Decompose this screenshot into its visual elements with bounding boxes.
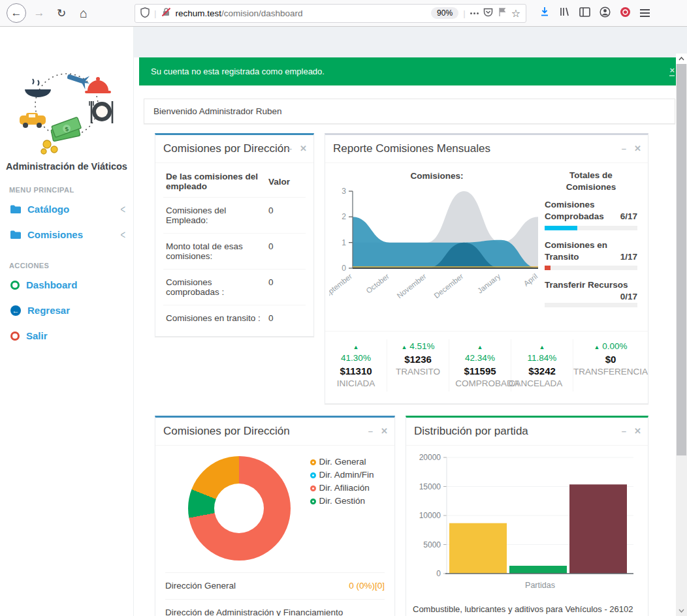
- caret-up-icon: ▲: [539, 344, 545, 350]
- legend-ring-icon: [310, 499, 316, 504]
- sidebar-item-comisiones[interactable]: Comisiones <: [0, 222, 133, 247]
- total-item-transferir-recursos: Transferir Recursos 0/17: [545, 279, 637, 307]
- extension-icon[interactable]: [620, 7, 631, 20]
- ring-icon: [10, 331, 20, 341]
- forward-button[interactable]: →: [30, 4, 48, 22]
- table-row: Comisiones en transito : 0: [163, 305, 306, 331]
- row-value: 0: [266, 234, 306, 270]
- legend-item-dir-afiliacion[interactable]: Dir. Afiliación: [310, 482, 385, 494]
- alert-text: Su cuenta no esta registrada como emplea…: [151, 67, 325, 76]
- sidebar-action-dashboard[interactable]: Dashboard: [0, 272, 133, 298]
- stat-value: $11595: [449, 364, 511, 378]
- close-icon[interactable]: ✕: [634, 144, 641, 153]
- total-item-comisiones-en-transito: Comisiones en Transito 1/17: [545, 239, 637, 270]
- sidebars-icon[interactable]: [579, 7, 590, 20]
- stat-percent: ▲ 4.51%: [387, 341, 449, 352]
- browser-toolbar: ← → ↻ ⌂ | rechum.test/comision/dashboard…: [0, 0, 687, 27]
- svg-text:3: 3: [342, 187, 346, 196]
- page-actions-icon[interactable]: [470, 12, 479, 14]
- sidebar: $ Administración de Viáticos MENU PRINCI…: [0, 27, 134, 616]
- row-label: Comisiones en transito :: [163, 305, 266, 331]
- sidebar-action-label: Salir: [26, 330, 48, 341]
- svg-text:April: April: [522, 272, 539, 288]
- scroll-up-icon[interactable]: [676, 54, 687, 64]
- folder-icon: [10, 230, 21, 239]
- close-icon[interactable]: ✕: [381, 426, 388, 436]
- sidebar-action-regresar[interactable]: ← Regresar: [0, 298, 133, 323]
- svg-text:5000: 5000: [423, 540, 441, 549]
- legend-item-dir-admin-fin[interactable]: Dir. Admin/Fin: [310, 469, 385, 481]
- donut-legend: Dir. General Dir. Admin/Fin Dir. Afiliac…: [310, 454, 385, 570]
- direccion-row: Dirección General 0 (0%)[0]: [165, 572, 385, 599]
- stat-label: CANCELADA: [498, 378, 573, 390]
- pocket-icon[interactable]: [483, 7, 493, 19]
- account-icon[interactable]: [599, 7, 611, 20]
- reload-button[interactable]: ↻: [52, 4, 71, 22]
- library-icon[interactable]: [559, 7, 570, 20]
- url-bar[interactable]: | rechum.test/comision/dashboard 90% | ☆: [135, 4, 526, 23]
- row-label: Monto total de esas comisiones:: [163, 234, 266, 270]
- panel-title: Comisiones por Dirección: [163, 142, 290, 155]
- row-value: 0: [266, 305, 306, 331]
- back-button[interactable]: ←: [7, 3, 26, 23]
- panel-title: Reporte Comisiones Mensuales: [333, 142, 490, 155]
- resumen-table: De las comisiones del empleado Valor Com…: [163, 166, 306, 331]
- collapse-icon[interactable]: –: [622, 144, 626, 153]
- sidebar-item-catalogo[interactable]: Catálogo <: [0, 196, 133, 222]
- svg-text:September: September: [329, 272, 353, 301]
- row-label: Comisiones del Empleado:: [163, 198, 266, 234]
- legend-item-dir-general[interactable]: Dir. General: [310, 456, 385, 468]
- menu-hamburger-icon[interactable]: [640, 9, 650, 17]
- table-header-row: De las comisiones del empleado Valor: [163, 166, 306, 198]
- insecure-connection-icon[interactable]: [161, 7, 171, 19]
- close-icon[interactable]: ✕: [300, 144, 307, 153]
- downloads-icon[interactable]: [539, 7, 550, 20]
- collapse-icon[interactable]: –: [368, 426, 373, 436]
- svg-text:0: 0: [342, 264, 346, 273]
- collapse-icon[interactable]: –: [622, 426, 626, 436]
- alert-close-icon[interactable]: ×: [669, 65, 675, 76]
- svg-text:1: 1: [342, 238, 346, 247]
- screenshot-flag-icon[interactable]: [498, 7, 507, 19]
- bookmark-star-icon[interactable]: ☆: [511, 7, 520, 20]
- legend-ring-icon: [310, 485, 316, 491]
- column-header: Valor: [266, 166, 306, 198]
- zoom-indicator[interactable]: 90%: [431, 7, 458, 19]
- partida-bar-chart: 0 5000 10000 15000 20000Partidas: [409, 448, 639, 596]
- stat-iniciada: ▲41.30% $11310 INICIADA: [325, 339, 387, 392]
- total-label: Transferir Recursos 0/17: [545, 279, 637, 291]
- table-row: Comisiones comprobadas : 0: [163, 270, 306, 305]
- app-title: Administración de Viáticos: [0, 161, 133, 172]
- monthly-area-chart: 3 2 1 0SeptemberOctoberNovemberDecemberJ…: [329, 182, 545, 319]
- svg-text:October: October: [364, 272, 391, 295]
- direccion-row: Dirección de Administración y Financiami…: [165, 599, 385, 616]
- sidebar-actions: Dashboard← Regresar Salir: [0, 272, 133, 348]
- progress-bar: [545, 303, 637, 307]
- totals-list: Comisiones Comprobadas 6/17 Comisiones e…: [545, 199, 637, 307]
- tracking-protection-icon[interactable]: [140, 7, 150, 20]
- panel-comisiones-direccion: Comisiones por Dirección –✕ Dir. General…: [155, 416, 395, 616]
- row-value: 0: [266, 270, 306, 305]
- stat-value: $11310: [325, 364, 387, 378]
- collapse-icon[interactable]: –: [287, 144, 292, 153]
- page-scrollbar[interactable]: [676, 54, 687, 616]
- sidebar-action-salir[interactable]: Salir: [0, 323, 133, 348]
- scrollbar-thumb[interactable]: [677, 64, 686, 455]
- table-row: Monto total de esas comisiones: 0: [163, 234, 306, 270]
- home-button[interactable]: ⌂: [74, 4, 93, 22]
- url-text[interactable]: rechum.test/comision/dashboard: [176, 8, 427, 18]
- legend-item-dir-gestion[interactable]: Dir. Gestión: [310, 495, 385, 507]
- scroll-down-icon[interactable]: [676, 606, 687, 616]
- svg-text:Partidas: Partidas: [525, 581, 555, 590]
- row-value: 0: [266, 198, 306, 234]
- progress-bar: [545, 266, 637, 270]
- back-circle-icon: ←: [10, 305, 21, 316]
- chevron-left-icon: <: [120, 202, 125, 216]
- svg-text:2: 2: [342, 212, 346, 221]
- totals-title: Totales de Comisiones: [545, 170, 637, 192]
- url-path: /comision/dashboard: [221, 8, 303, 18]
- close-icon[interactable]: ✕: [634, 426, 641, 436]
- legend-label: Dir. Admin/Fin: [319, 470, 374, 480]
- alert-banner: Su cuenta no esta registrada como emplea…: [139, 57, 685, 85]
- welcome-header: Bienvenido Administrador Ruben: [144, 99, 675, 124]
